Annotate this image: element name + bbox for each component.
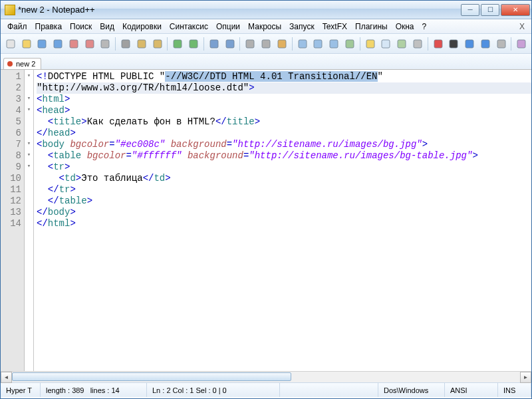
scroll-track[interactable]	[12, 372, 520, 382]
fn-button[interactable]	[394, 37, 409, 51]
rec-button[interactable]	[431, 37, 446, 51]
comment-button[interactable]	[410, 37, 425, 51]
menu-синтаксис[interactable]: Синтаксис	[166, 21, 212, 33]
wrap-button[interactable]	[295, 37, 310, 51]
svg-rect-8	[138, 40, 146, 48]
undo-button[interactable]	[170, 37, 185, 51]
find-button[interactable]	[207, 37, 221, 51]
status-enc: ANSI	[445, 383, 498, 397]
menubar-close-x[interactable]: X	[515, 22, 529, 31]
svg-rect-26	[450, 40, 458, 48]
menu-макросы[interactable]: Макросы	[244, 21, 285, 33]
svg-rect-30	[517, 40, 525, 48]
menubar: ФайлПравкаПоискВидКодировкиСинтаксисОпци…	[1, 19, 531, 34]
status-ovr: INS	[498, 383, 531, 397]
menu-поиск[interactable]: Поиск	[66, 21, 96, 33]
status-pos: Ln : 2 Col : 1 Sel : 0 | 0	[147, 383, 280, 397]
svg-rect-1	[23, 40, 31, 48]
maximize-button[interactable]: ☐	[481, 4, 499, 16]
scroll-left-button[interactable]: ◄	[1, 372, 12, 383]
closeall-button[interactable]	[82, 37, 97, 51]
menu-опции[interactable]: Опции	[212, 21, 244, 33]
status-spacer	[280, 383, 378, 397]
unsaved-icon	[7, 61, 13, 67]
zoomout-button[interactable]	[259, 37, 273, 51]
svg-rect-28	[481, 40, 489, 48]
scroll-thumb[interactable]	[12, 372, 291, 381]
svg-rect-9	[154, 40, 162, 48]
savemac-button[interactable]	[494, 37, 509, 51]
svg-rect-23	[398, 40, 406, 48]
tab-new2[interactable]: new 2	[3, 58, 41, 69]
line-number-gutter: 1234567891011121314	[1, 70, 25, 371]
fold-gutter[interactable]: ▾▾▾▾▾▾	[25, 70, 34, 371]
doc-button[interactable]	[378, 37, 393, 51]
menu-?[interactable]: ?	[418, 21, 431, 33]
close-button[interactable]	[66, 37, 81, 51]
playn-button[interactable]	[478, 37, 493, 51]
copy-button[interactable]	[134, 37, 149, 51]
statusbar: Hyper T length : 389 lines : 14 Ln : 2 C…	[1, 382, 531, 397]
menu-файл[interactable]: Файл	[3, 21, 31, 33]
stop-button[interactable]	[446, 37, 461, 51]
svg-rect-25	[434, 40, 442, 48]
svg-rect-27	[466, 40, 473, 48]
svg-rect-7	[122, 40, 130, 48]
svg-rect-24	[414, 40, 422, 48]
svg-rect-2	[38, 40, 46, 48]
svg-rect-5	[86, 40, 94, 48]
menu-кодировки[interactable]: Кодировки	[118, 21, 166, 33]
lang-button[interactable]	[342, 37, 357, 51]
wschars-button[interactable]	[311, 37, 325, 51]
zoomin-button[interactable]	[243, 37, 257, 51]
svg-rect-15	[262, 40, 270, 48]
menu-плагины[interactable]: Плагины	[351, 21, 392, 33]
menu-запуск[interactable]: Запуск	[285, 21, 319, 33]
saveall-button[interactable]	[51, 37, 65, 51]
sync-button[interactable]	[275, 37, 289, 51]
close-button[interactable]: ✕	[501, 4, 530, 16]
redo-button[interactable]	[186, 37, 201, 51]
svg-rect-10	[174, 40, 182, 48]
indent-button[interactable]	[327, 37, 341, 51]
svg-rect-14	[246, 40, 254, 48]
svg-rect-17	[299, 40, 307, 48]
status-lang: Hyper T	[1, 383, 41, 397]
replace-button[interactable]	[223, 37, 237, 51]
code-area[interactable]: <!DOCTYPE HTML PUBLIC "-//W3C//DTD HTML …	[34, 70, 531, 371]
tab-bar: new 2	[1, 54, 531, 70]
print-button[interactable]	[98, 37, 113, 51]
svg-rect-4	[70, 40, 78, 48]
svg-rect-18	[314, 40, 322, 48]
status-eol: Dos\Windows	[378, 383, 445, 397]
svg-rect-20	[346, 40, 354, 48]
svg-rect-21	[366, 40, 374, 48]
svg-point-31	[7, 61, 13, 66]
svg-rect-13	[226, 40, 234, 48]
menu-правка[interactable]: Правка	[31, 21, 66, 33]
window-title: *new 2 - Notepad++	[18, 5, 461, 15]
menu-вид[interactable]: Вид	[96, 21, 118, 33]
paste-button[interactable]	[150, 37, 165, 51]
cut-button[interactable]	[118, 37, 133, 51]
svg-rect-0	[7, 40, 15, 48]
open-button[interactable]	[19, 37, 34, 51]
menu-textfx[interactable]: TextFX	[319, 21, 351, 33]
svg-rect-11	[190, 40, 198, 48]
save-button[interactable]	[35, 37, 50, 51]
svg-rect-22	[382, 40, 390, 48]
new-button[interactable]	[3, 37, 18, 51]
spell-button[interactable]	[514, 37, 529, 51]
play-button[interactable]	[462, 37, 477, 51]
status-length: length : 389 lines : 14	[41, 383, 147, 397]
svg-rect-3	[54, 40, 62, 48]
editor[interactable]: 1234567891011121314 ▾▾▾▾▾▾ <!DOCTYPE HTM…	[1, 70, 531, 371]
svg-rect-6	[101, 40, 109, 48]
horizontal-scrollbar[interactable]: ◄ ►	[1, 371, 531, 382]
menu-окна[interactable]: Окна	[392, 21, 418, 33]
scroll-right-button[interactable]: ►	[520, 372, 531, 383]
minimize-button[interactable]: ─	[461, 4, 479, 16]
svg-rect-19	[330, 40, 338, 48]
folder-button[interactable]	[363, 37, 378, 51]
titlebar: *new 2 - Notepad++ ─ ☐ ✕	[1, 1, 531, 19]
